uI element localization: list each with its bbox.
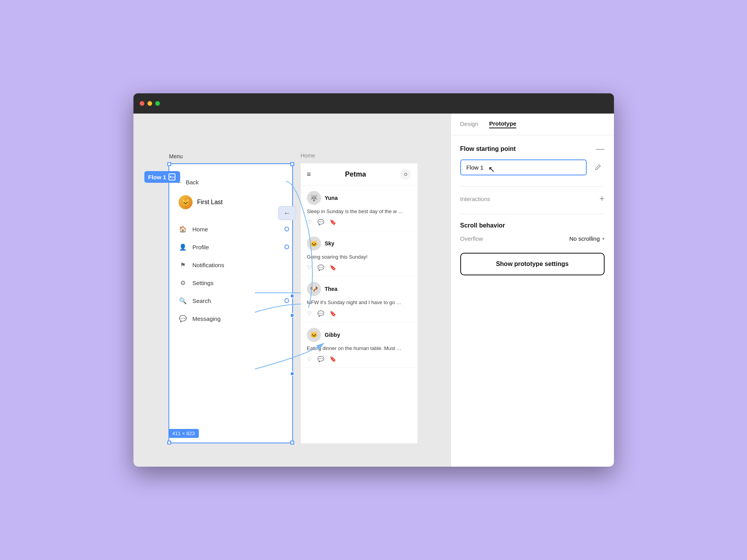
- post-actions-gibby: ♡ 💬 🔖: [307, 356, 411, 362]
- home-panel: ≡ Petma ○ 🐺 Yuna Sleep in Sunday is the …: [301, 163, 417, 443]
- fullscreen-button[interactable]: [155, 101, 160, 106]
- like-icon[interactable]: ♡: [307, 219, 312, 225]
- back-arrow-node: ←: [278, 206, 296, 220]
- panel-tabs: Design Prototype: [451, 114, 614, 135]
- flow-label-text: Flow 1: [148, 174, 167, 180]
- back-label: Back: [186, 179, 199, 186]
- overflow-label: Overflow: [460, 235, 483, 242]
- search-icon: 🔍: [179, 296, 187, 305]
- bookmark-icon[interactable]: 🔖: [330, 219, 336, 225]
- post-user-thea: 🐶 Thea: [307, 282, 411, 296]
- flow-edit-button[interactable]: [591, 161, 605, 175]
- scroll-section-title: Scroll behavior: [460, 222, 505, 229]
- post-text-thea: MFW it's Sunday night and I have to go b…: [307, 299, 404, 306]
- avatar-sky: 🐱: [307, 236, 321, 250]
- flow-section-header: Flow starting point —: [460, 145, 605, 153]
- add-interaction-button[interactable]: +: [600, 194, 605, 203]
- flow-remove-icon[interactable]: —: [596, 145, 605, 153]
- home-frame-label: Home: [301, 152, 315, 159]
- menu-item-home[interactable]: 🏠 Home: [177, 220, 284, 238]
- tab-prototype[interactable]: Prototype: [489, 120, 516, 128]
- cursor-pointer: ↖: [488, 164, 495, 174]
- scroll-section-header: Scroll behavior: [460, 222, 605, 229]
- size-badge: 411 × 823: [168, 429, 199, 438]
- flow-1-label[interactable]: Flow 1: [144, 171, 181, 183]
- menu-user: 🐱 First Last: [177, 195, 284, 209]
- menu-item-notifications[interactable]: ⚑ Notifications: [177, 256, 284, 274]
- flow-input-row: [460, 159, 605, 175]
- menu-item-settings[interactable]: ⚙ Settings: [177, 274, 284, 292]
- settings-icon: ⚙: [179, 278, 187, 287]
- bookmark-icon-thea[interactable]: 🔖: [330, 310, 336, 317]
- comment-icon[interactable]: 💬: [317, 219, 324, 225]
- menu-item-profile-label: Profile: [193, 244, 209, 250]
- post-yuna: 🐺 Yuna Sleep in Sunday is the best day o…: [301, 186, 417, 231]
- post-actions-thea: ♡ 💬 🔖: [307, 310, 411, 317]
- menu-item-messaging-label: Messaging: [193, 315, 221, 322]
- post-actions-sky: ♡ 💬 🔖: [307, 264, 411, 271]
- handle-br[interactable]: [290, 441, 294, 444]
- notifications-icon: ⚑: [179, 261, 187, 269]
- flow-section-title: Flow starting point: [460, 145, 516, 152]
- canvas[interactable]: Flow 1 Menu ← Back ←: [133, 114, 451, 467]
- app-brand: Petma: [345, 170, 366, 178]
- post-name-gibby: Gibby: [325, 332, 340, 338]
- post-thea: 🐶 Thea MFW it's Sunday night and I have …: [301, 276, 417, 322]
- scroll-section: Scroll behavior Overflow No scrolling ▾: [460, 214, 605, 242]
- post-text-gibby: Eating dinner on the human table. Must s…: [307, 345, 404, 352]
- menu-item-search[interactable]: 🔍 Search: [177, 292, 284, 310]
- handle-tr[interactable]: [290, 162, 294, 166]
- scroll-row: Overflow No scrolling ▾: [460, 235, 605, 242]
- like-icon-thea[interactable]: ♡: [307, 310, 312, 317]
- comment-icon-sky[interactable]: 💬: [317, 264, 324, 271]
- user-avatar: 🐱: [179, 195, 193, 209]
- post-name-thea: Thea: [325, 286, 338, 292]
- hamburger-icon[interactable]: ≡: [307, 170, 311, 178]
- comment-icon-thea[interactable]: 💬: [317, 310, 324, 317]
- menu-item-messaging[interactable]: 💬 Messaging: [177, 310, 284, 327]
- menu-item-notifications-label: Notifications: [193, 262, 224, 268]
- flow-name-input[interactable]: [460, 159, 587, 175]
- bookmark-icon-sky[interactable]: 🔖: [330, 264, 336, 271]
- post-user-gibby: 🐱 Gibby: [307, 328, 411, 342]
- bookmark-icon-gibby[interactable]: 🔖: [330, 356, 336, 362]
- menu-item-settings-label: Settings: [193, 280, 214, 286]
- user-name: First Last: [197, 199, 223, 206]
- menu-frame: Menu ← Back ← 🐱 Firs: [168, 163, 293, 443]
- menu-item-profile[interactable]: 👤 Profile: [177, 238, 284, 256]
- overflow-dropdown[interactable]: No scrolling ▾: [569, 235, 604, 242]
- menu-content: 🐱 First Last 🏠 Home 👤 Profile: [169, 164, 292, 335]
- flow-section: Flow starting point — ↖: [460, 145, 605, 175]
- like-icon-sky[interactable]: ♡: [307, 264, 312, 271]
- post-name-yuna: Yuna: [325, 195, 338, 201]
- search-dot: [284, 298, 289, 303]
- menu-frame-label: Menu: [169, 153, 183, 159]
- menu-item-search-label: Search: [193, 298, 211, 304]
- post-text-sky: Going soaring this Sunday!: [307, 254, 404, 261]
- minimize-button[interactable]: [147, 101, 152, 106]
- menu-item-home-label: Home: [193, 226, 208, 233]
- title-bar: [133, 93, 614, 114]
- handle-tl[interactable]: [167, 162, 171, 166]
- home-header: ≡ Petma ○: [301, 163, 417, 186]
- post-user-sky: 🐱 Sky: [307, 236, 411, 250]
- main-area: Flow 1 Menu ← Back ←: [133, 114, 614, 467]
- like-icon-gibby[interactable]: ♡: [307, 356, 312, 362]
- post-text-yuna: Sleep in Sunday is the best day of the w…: [307, 208, 404, 215]
- interactions-section-header: Interactions +: [460, 194, 605, 203]
- overflow-value: No scrolling: [569, 235, 600, 242]
- profile-dot: [284, 245, 289, 249]
- comment-icon-gibby[interactable]: 💬: [317, 356, 324, 362]
- post-name-sky: Sky: [325, 240, 335, 247]
- close-button[interactable]: [140, 101, 144, 106]
- interactions-title: Interactions: [460, 196, 491, 202]
- connection-dot-profile: [290, 313, 295, 318]
- flow-start-icon: [168, 173, 175, 180]
- home-icon: 🏠: [179, 225, 187, 233]
- tab-design[interactable]: Design: [460, 121, 479, 128]
- post-actions-yuna: ♡ 💬 🔖: [307, 219, 411, 225]
- post-sky: 🐱 Sky Going soaring this Sunday! ♡ 💬 🔖: [301, 231, 417, 276]
- show-prototype-settings-button[interactable]: Show prototype settings: [460, 253, 605, 275]
- handle-bl[interactable]: [167, 441, 171, 444]
- search-header-icon[interactable]: ○: [400, 169, 411, 180]
